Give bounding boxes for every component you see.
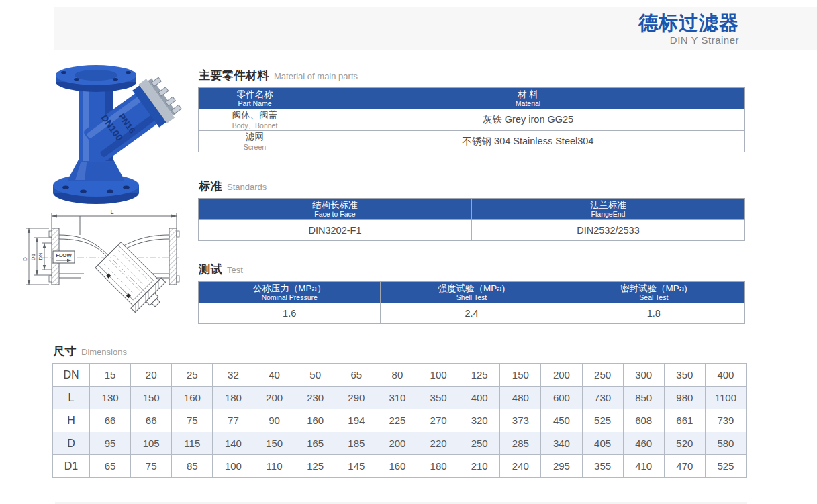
dimension-cell: 250 xyxy=(582,364,623,387)
header-face-en: Face to Face xyxy=(201,211,469,219)
test-title-cn: 测试 xyxy=(199,262,222,277)
dim-label-D1: D1 xyxy=(30,253,36,260)
dimension-row-label: D1 xyxy=(53,455,90,478)
flange-end-value: DIN2532/2533 xyxy=(472,220,745,241)
dim-label-L: L xyxy=(110,209,113,215)
part-cn: 滤网 xyxy=(199,132,310,142)
dimension-row-D: D951051151401501651852002202502853404054… xyxy=(53,432,747,455)
dimension-row-label: DN xyxy=(53,364,90,387)
dimension-cell: 210 xyxy=(459,455,500,478)
dimension-drawing: L xyxy=(22,208,183,339)
standards-header-face: 结构长标准 Face to Face xyxy=(199,199,472,220)
dimension-cell: 350 xyxy=(418,387,459,409)
dimension-cell: 373 xyxy=(500,409,541,432)
dimension-cell: 110 xyxy=(254,455,295,478)
dimension-cell: 180 xyxy=(213,387,254,409)
dimension-row-label: D xyxy=(53,432,90,455)
dimension-cell: 608 xyxy=(623,409,664,432)
dimension-cell: 77 xyxy=(213,409,254,432)
page-subtitle: DIN Y Strainer xyxy=(638,34,739,46)
dimension-cell: 400 xyxy=(705,364,746,387)
materials-section-title: 主要零件材料 Material of main parts xyxy=(199,68,745,83)
header-nominal-cn: 公称压力（MPa） xyxy=(201,283,377,294)
part-en: Screen xyxy=(199,143,310,151)
material-cell: 灰铁 Grey iron GG25 xyxy=(311,109,745,131)
dimension-row-L: L130150160180200230290310350400480600730… xyxy=(53,387,747,409)
dimension-row-H: H666675779016019422527032037345052560866… xyxy=(53,409,747,432)
dimension-cell: 410 xyxy=(623,455,664,478)
dimensions-section-title: 尺寸 Dimensions xyxy=(53,344,747,359)
dimension-cell: 25 xyxy=(172,364,213,387)
dim-label-DN: DN xyxy=(38,252,44,260)
standards-value-row: DIN3202-F1 DIN2532/2533 xyxy=(199,220,745,241)
y-strainer-photo-svg: DN100 PN16 xyxy=(46,58,203,213)
dimension-cell: 185 xyxy=(336,432,377,455)
dimension-cell: 75 xyxy=(131,455,172,478)
test-header-seal: 密封试验（MPa) Seal Test xyxy=(563,282,744,303)
dimension-cell: 400 xyxy=(459,387,500,409)
dimension-cell: 100 xyxy=(418,364,459,387)
dimension-cell: 295 xyxy=(541,455,582,478)
dimension-cell: 145 xyxy=(336,455,377,478)
header-part-cn: 零件名称 xyxy=(201,89,308,100)
dimension-cell: 450 xyxy=(541,409,582,432)
header-face-cn: 结构长标准 xyxy=(201,200,469,211)
materials-table: 零件名称 Part Name 材 料 Material 阀体、阀盖 Body、B… xyxy=(198,87,745,152)
dimension-cell: 160 xyxy=(295,409,336,432)
dimension-cell: 980 xyxy=(664,387,705,409)
dimension-cell: 460 xyxy=(623,432,664,455)
dimension-cell: 200 xyxy=(541,364,582,387)
dimension-cell: 130 xyxy=(90,387,131,409)
dimension-cell: 150 xyxy=(254,432,295,455)
dimension-cell: 730 xyxy=(582,387,623,409)
dimension-cell: 200 xyxy=(377,432,418,455)
section-materials: 主要零件材料 Material of main parts 零件名称 Part … xyxy=(198,68,745,152)
dimension-cell: 1100 xyxy=(705,387,746,409)
dimension-cell: 225 xyxy=(377,409,418,432)
dimension-cell: 32 xyxy=(213,364,254,387)
part-en: Body、Bonnet xyxy=(199,121,310,130)
dimension-cell: 661 xyxy=(664,409,705,432)
dimension-cell: 350 xyxy=(664,364,705,387)
y-strainer-drawing-svg: L xyxy=(22,208,183,339)
dimension-cell: 115 xyxy=(172,432,213,455)
dim-label-D: D xyxy=(22,257,28,261)
section-dimensions: 尺寸 Dimensions DN152025324050658010012515… xyxy=(52,344,747,478)
test-header-row: 公称压力（MPa） Nominal Pressure 强度试验（MPa) She… xyxy=(199,282,745,303)
dimension-cell: 290 xyxy=(336,387,377,409)
header-material-cn: 材 料 xyxy=(314,89,742,100)
dimensions-table: DN15202532405065801001251502002503003504… xyxy=(52,363,747,478)
header-flange-en: FlangeEnd xyxy=(475,211,742,219)
dimension-cell: 340 xyxy=(541,432,582,455)
header-material-en: Material xyxy=(314,100,742,108)
dimension-cell: 125 xyxy=(459,364,500,387)
section-standards: 标准 Standards 结构长标准 Face to Face 法兰标准 Fla… xyxy=(198,179,745,241)
dimension-row-label: L xyxy=(53,387,90,409)
material-cell: 不锈钢 304 Stainless Steel304 xyxy=(311,131,745,152)
page-title: 德标过滤器 xyxy=(638,12,739,34)
dimension-cell: 405 xyxy=(582,432,623,455)
dimension-cell: 180 xyxy=(418,455,459,478)
dimensions-title-en: Dimensions xyxy=(81,347,127,357)
standards-section-title: 标准 Standards xyxy=(199,179,745,194)
face-to-face-value: DIN3202-F1 xyxy=(199,220,472,241)
part-name-cell: 滤网 Screen xyxy=(199,131,311,152)
dimension-cell: 140 xyxy=(213,432,254,455)
header-seal-en: Seal Test xyxy=(566,294,742,302)
standards-title-cn: 标准 xyxy=(199,179,222,194)
dimension-cell: 65 xyxy=(336,364,377,387)
dimension-row-DN: DN15202532405065801001251502002503003504… xyxy=(53,364,747,387)
dimension-cell: 270 xyxy=(418,409,459,432)
dimension-cell: 20 xyxy=(131,364,172,387)
dimension-cell: 125 xyxy=(295,455,336,478)
test-title-en: Test xyxy=(227,265,243,275)
materials-header-row: 零件名称 Part Name 材 料 Material xyxy=(199,88,745,109)
dimension-cell: 80 xyxy=(377,364,418,387)
flow-label: FLOW xyxy=(56,252,72,258)
dimension-cell: 66 xyxy=(90,409,131,432)
standards-header-flange: 法兰标准 FlangeEnd xyxy=(472,199,745,220)
dimension-cell: 230 xyxy=(295,387,336,409)
dimension-cell: 105 xyxy=(131,432,172,455)
header-seal-cn: 密封试验（MPa) xyxy=(566,283,742,294)
dimension-cell: 240 xyxy=(500,455,541,478)
